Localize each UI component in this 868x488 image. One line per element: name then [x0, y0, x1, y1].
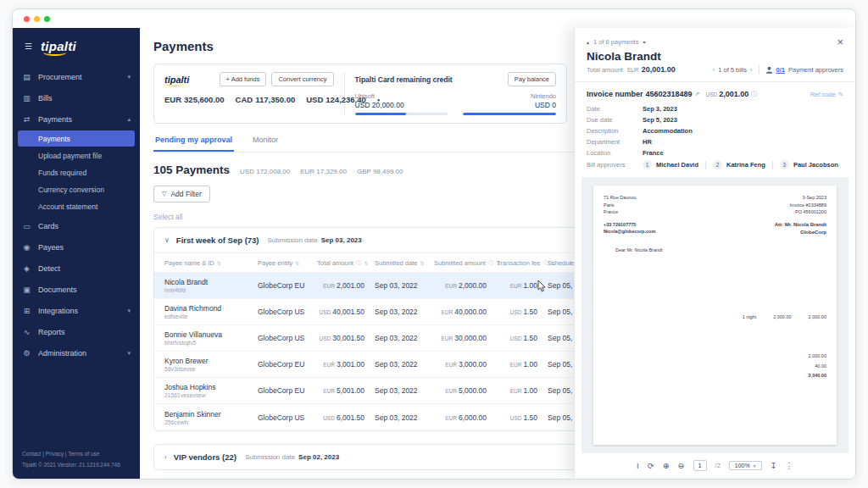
info-icon[interactable]: ⓘ: [751, 90, 757, 98]
page-total-label: /2: [715, 462, 721, 469]
sidebar-footer-links[interactable]: Contact | Privacy | Terms of use: [22, 449, 131, 459]
currency-code: EUR: [445, 388, 457, 394]
integrations-icon: ⊞: [22, 307, 31, 315]
sidebar-subitem-payments[interactable]: Payments: [18, 130, 135, 147]
more-options-icon[interactable]: ⋮: [785, 461, 793, 470]
amount: 3,000.00: [459, 360, 487, 369]
column-label: Schedule: [548, 259, 574, 267]
zoom-level-select[interactable]: 100% ▾: [729, 461, 762, 470]
filter-icon: ▽: [162, 191, 166, 197]
sidebar-subitem-account-statement[interactable]: Account statement: [18, 198, 135, 214]
payee-entity-cell: GlobeCorp US: [258, 413, 317, 422]
total-amount-cell: USD6,001.50: [317, 413, 375, 422]
column-header-submitted-amount[interactable]: Submitted amountⓘ⇅: [434, 259, 497, 267]
pdf-toolbar: I ⟳ ⊕ ⊖ /2 100% ▾ ↧ ⋮: [587, 453, 843, 474]
invoice-line-item: 1 night 2,000.00 2,000.00: [743, 314, 826, 319]
bill-approvers-list: 1 Michael David 2 Katrina Feng 3 Paul Ja…: [643, 160, 843, 169]
next-bill-icon[interactable]: ›: [750, 66, 753, 74]
ref-code-link[interactable]: Ref code ✎: [810, 91, 843, 98]
next-payment-icon[interactable]: ▾: [643, 39, 645, 45]
external-link-icon[interactable]: ↗: [695, 91, 700, 97]
sidebar-item-integrations[interactable]: ⊞ Integrations ▾: [13, 300, 140, 321]
sidebar-item-documents[interactable]: ▣ Documents: [13, 279, 140, 300]
sidebar-subitem-upload-payment-file[interactable]: Upload payment file: [18, 147, 135, 164]
tab-pending-my-approval[interactable]: Pending my approval: [153, 136, 234, 152]
column-header-submitted-date[interactable]: Submitted date⇅: [375, 259, 434, 267]
column-header-total-amount[interactable]: Total amountⓘ⇅: [317, 259, 375, 267]
payee-entity-cell: GlobeCorp US: [258, 308, 317, 316]
zoom-out-icon[interactable]: ⊖: [678, 461, 685, 470]
sidebar-item-bills[interactable]: ▥ Bills: [13, 87, 140, 108]
download-icon[interactable]: ↧: [771, 461, 777, 470]
close-icon[interactable]: ×: [837, 36, 843, 47]
tab-monitor[interactable]: Monitor: [251, 136, 280, 152]
previous-payment-icon[interactable]: ▴: [587, 39, 589, 45]
column-header-transaction-fee[interactable]: Transaction feeⓘ⇅: [497, 259, 548, 267]
card-credit-title: Tipalti Card remaining credit: [355, 75, 453, 84]
mouse-cursor: [537, 280, 547, 292]
currency-code: USD: [323, 415, 335, 421]
reports-icon: ∿: [22, 328, 31, 336]
info-icon[interactable]: ⓘ: [356, 259, 362, 267]
sidebar-item-payments[interactable]: ⇄ Payments ▴: [13, 108, 140, 130]
field-value: HR: [643, 138, 843, 146]
balance-cad: CAD117,350.00: [236, 95, 296, 104]
payment-approvers-count-link[interactable]: 0/1: [776, 66, 785, 74]
column-header-payee-entity[interactable]: Payee entity⇅: [258, 259, 317, 267]
invoice-meta-block: 3-Sep 2023 Invoice #2334889 PO 456001200…: [775, 194, 826, 236]
administration-icon: ⚙: [22, 349, 31, 358]
amount: 5,001.00: [337, 386, 364, 395]
currency-code: USD: [510, 336, 522, 341]
line-item-unit-price: 2,000.00: [773, 314, 791, 319]
sidebar-item-cards[interactable]: ▭ Cards: [13, 215, 140, 236]
chevron-right-icon[interactable]: ›: [164, 453, 167, 461]
rotate-icon[interactable]: ⟳: [648, 461, 654, 470]
add-funds-button[interactable]: + Add funds: [220, 72, 267, 86]
sidebar-item-administration[interactable]: ⚙ Administration ▾: [13, 342, 140, 363]
invoice-totals: 2,000.00 40.00 2,040.00: [809, 352, 826, 381]
sidebar-item-payees[interactable]: ◉ Payees: [13, 236, 140, 258]
add-filter-button[interactable]: ▽ Add Filter: [153, 186, 210, 202]
invoice-number-value: 45602318489: [646, 90, 693, 98]
sidebar-item-label: Integrations: [38, 307, 78, 315]
chevron-down-icon[interactable]: ∨: [164, 236, 170, 244]
window-close-button[interactable]: [24, 16, 30, 22]
zoom-in-icon[interactable]: ⊕: [663, 461, 670, 470]
window-zoom-button[interactable]: [44, 16, 50, 22]
amount: 2,000.00: [459, 281, 487, 290]
currency-code: USD: [319, 309, 331, 315]
info-icon[interactable]: ⓘ: [488, 259, 494, 267]
subitem-label: Funds required: [38, 169, 86, 177]
previous-bill-icon[interactable]: ‹: [713, 66, 715, 74]
hamburger-menu-icon[interactable]: ☰: [25, 42, 32, 51]
sidebar-item-detect[interactable]: ◈ Detect: [13, 258, 140, 279]
sidebar-subitem-currency-conversion[interactable]: Currency conversion: [18, 181, 135, 197]
pay-balance-button[interactable]: Pay balance: [508, 72, 556, 86]
sidebar-subitem-funds-required[interactable]: Funds required: [18, 164, 135, 180]
transaction-fee-cell: EUR1.00: [497, 360, 548, 369]
column-header-payee-name[interactable]: Payee name & ID⇅: [164, 259, 258, 267]
field-value: Sep 5, 2023: [643, 116, 843, 124]
sidebar-item-label: Administration: [38, 349, 86, 358]
sidebar-footer: Contact | Privacy | Terms of use Tipalti…: [13, 449, 140, 479]
invoice-number: Invoice number 45602318489: [587, 90, 693, 98]
amount: 3,001.00: [337, 360, 364, 369]
submitted-date-cell: Sep 03, 2022: [375, 413, 434, 422]
text-select-tool-icon[interactable]: I: [637, 461, 639, 470]
invoice-fee: 40.00: [809, 362, 826, 372]
currency-code: EUR: [510, 362, 522, 368]
invoice-document: 71 Rue Daunou Paris France +33 729107775…: [593, 186, 837, 445]
salutation: Dear Mr. Nicola Brandt: [615, 247, 826, 252]
convert-currency-button[interactable]: Convert currency: [271, 72, 333, 86]
amount: 2,001.00: [337, 281, 364, 290]
page-number-input[interactable]: [693, 460, 707, 471]
sidebar-item-label: Cards: [38, 222, 58, 230]
sidebar-item-reports[interactable]: ∿ Reports: [13, 321, 140, 342]
sender-email: Nicola@globecorp.com: [604, 228, 655, 236]
sidebar-item-procurement[interactable]: ▤ Procurement ▾: [13, 66, 140, 87]
currency-code: CAD: [236, 95, 253, 104]
window-minimize-button[interactable]: [34, 16, 40, 22]
vendor-amount: USD 20,000.00: [355, 101, 448, 109]
transaction-fee-cell: USD1.50: [497, 308, 548, 316]
bills-pager-label: 1 of 5 bills: [718, 66, 747, 74]
